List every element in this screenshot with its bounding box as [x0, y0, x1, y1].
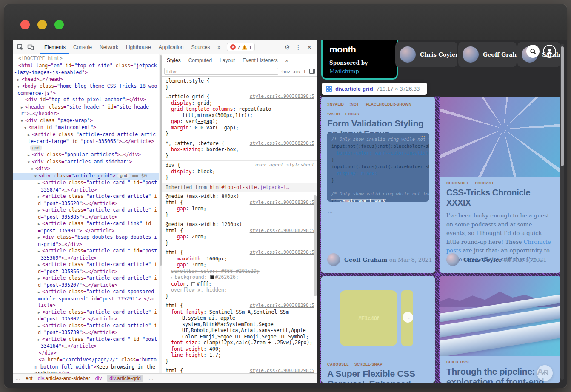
breadcrumb-item[interactable]: div [95, 375, 102, 381]
tree-line[interactable]: ▶<article class="article-card link" id="… [14, 220, 158, 234]
css-property[interactable]: overflow-x: hidden; [166, 287, 314, 293]
twisty-icon[interactable]: ▶ [28, 152, 32, 159]
tag-pill[interactable]: BUILD TOOL [446, 360, 470, 364]
css-property[interactable]: color: #fff; [166, 281, 314, 287]
color-swatch[interactable] [210, 275, 214, 279]
tree-line[interactable]: ▶<article class="article-card article" i… [14, 275, 158, 289]
console-issues-badge[interactable]: ✕ 7 ! 1 [227, 43, 255, 51]
author-card[interactable]: Chris Coyier [395, 42, 457, 67]
tree-line[interactable]: ▼<div> [14, 166, 158, 173]
css-property[interactable]: margin: 0 0 var(--gap); [166, 125, 314, 131]
twisty-icon[interactable]: ▶ [38, 262, 42, 269]
css-property[interactable]: --gap: 1rem; [166, 206, 314, 212]
byline-author[interactable]: Chris Coyier [463, 257, 502, 263]
tree-line[interactable]: <!DOCTYPE html> [14, 55, 158, 63]
twisty-icon[interactable]: ▶ [38, 248, 42, 255]
twisty-icon[interactable]: ▶ [38, 221, 42, 228]
tab-layout[interactable]: Layout [216, 54, 239, 66]
rule-selector[interactable]: html { [166, 200, 183, 206]
tree-line[interactable]: ▼<main id="maincontent"> [14, 124, 158, 132]
twisty-icon[interactable]: ▶ [38, 235, 42, 241]
tree-line[interactable]: ▶<article class="article-card article" i… [14, 193, 158, 207]
twisty-icon[interactable]: ▶ [38, 194, 42, 200]
tab-application[interactable]: Application [155, 40, 188, 54]
twisty-icon[interactable]: ▶ [28, 132, 32, 139]
css-property[interactable]: scrollbar-color: #666 #201c29; [166, 268, 314, 275]
twisty-icon[interactable]: ▼ [24, 125, 29, 132]
toggle-class-button[interactable]: .cls [293, 69, 300, 74]
toggle-hover-state-button[interactable]: :hov [281, 69, 290, 74]
twisty-icon[interactable]: ▶ [38, 289, 42, 296]
rule-selector[interactable]: *, :after, :before { [166, 140, 224, 146]
styles-filter-input[interactable] [164, 68, 278, 75]
more-options-kebab-icon[interactable]: ⋮ [293, 42, 303, 52]
rule-selector[interactable]: element.style { [166, 78, 210, 84]
css-property[interactable]: font-family: Sentinel SSm A,Sentinel SSm… [166, 309, 314, 340]
tree-line[interactable]: ▶<article class="article-card " id="post… [14, 248, 158, 261]
css-property[interactable]: font-size: clamp(12px,calc(.7rem + .25vw… [166, 340, 314, 346]
tree-line[interactable]: ▶<article class="article-card article" i… [14, 323, 158, 336]
styles-scrollbar-thumb[interactable] [314, 195, 317, 296]
tree-line[interactable]: ▶<header class="site-header" id="site-he… [14, 104, 158, 117]
tree-line[interactable]: ▶<article class="article-card " id="post… [14, 336, 158, 350]
scrollbar-thumb[interactable] [561, 46, 564, 166]
twisty-icon[interactable]: ▶ [38, 337, 42, 343]
account-icon[interactable] [543, 45, 556, 58]
twisty-icon[interactable]: ▶ [21, 104, 25, 111]
close-window-button[interactable] [20, 20, 30, 29]
dom-tree-scrollbar[interactable] [159, 54, 162, 373]
breadcrumb-item[interactable]: ent [26, 375, 33, 381]
css-property[interactable]: grid-template-columns: repeat(auto-fill,… [166, 106, 314, 118]
style-source-link[interactable]: style.css?c…900308298:5 [250, 368, 314, 373]
carousel-next-button[interactable]: → [403, 312, 413, 323]
twisty-icon[interactable]: ▼ [34, 173, 39, 180]
toggle-sidebar-icon[interactable] [309, 69, 315, 74]
tree-line[interactable]: <div id="top-of-site-pixel-anchor"></div… [14, 97, 158, 104]
twisty-icon[interactable]: ▶ [38, 275, 42, 282]
tab-sources[interactable]: Sources [188, 40, 214, 54]
tree-line[interactable]: ▶<article class="article-card article ar… [14, 132, 158, 152]
css-property[interactable]: --maxWidth: 1600px; [166, 256, 314, 262]
style-source-link[interactable]: user agent stylesheet [255, 162, 314, 169]
byline-author[interactable]: Geoff Graham [344, 257, 387, 263]
color-swatch[interactable] [191, 282, 195, 286]
inspect-element-icon[interactable] [15, 42, 26, 52]
tab-network[interactable]: Network [96, 40, 122, 54]
new-style-rule-button[interactable]: + [303, 68, 306, 75]
twisty-icon[interactable]: ▼ [17, 83, 22, 90]
css-property[interactable]: --gap: 2rem; [166, 234, 314, 240]
article-card[interactable]: CHRONICLEPODCAST CSS-Tricks Chronicle XX… [440, 97, 560, 273]
tree-line[interactable]: ▼<div class="articles-and-sidebar"> [14, 159, 158, 166]
css-property[interactable]: display: grid; [166, 100, 314, 106]
css-property[interactable]: --gap: 3rem; [166, 262, 314, 268]
twisty-icon[interactable]: ▼ [28, 159, 32, 166]
tab-event-listeners[interactable]: Event Listeners [239, 54, 282, 66]
tree-line[interactable]: ▶<article class="article-card article" i… [14, 207, 158, 220]
tag-pill[interactable]: SCROLL-SNAP [354, 362, 383, 366]
breadcrumb-item[interactable]: div.articles-and-sidebar [38, 375, 90, 381]
css-property[interactable]: gap: var(--gap); [166, 118, 314, 125]
article-card[interactable]: #F1c40f → CAROUSELSCROLL-SNAP A Super Fl… [321, 276, 435, 383]
css-property[interactable]: font-weight: 400; [166, 346, 314, 352]
tree-line[interactable]: <a href="/archives/page/2/" class="butto… [14, 357, 158, 373]
css-property[interactable]: line-height: 1.7; [166, 352, 314, 358]
tree-line[interactable]: ▶<article class="article-card " id="post… [14, 180, 158, 193]
rule-selector[interactable]: html { [166, 249, 183, 255]
twisty-icon[interactable]: ▼ [31, 166, 35, 173]
style-source-link[interactable]: style.css?c…900308298:5 [250, 140, 314, 147]
twisty-icon[interactable]: ▶ [38, 207, 42, 214]
tree-line[interactable]: </div> [14, 350, 158, 357]
breadcrumb-item[interactable]: … [15, 375, 20, 381]
tree-line[interactable]: ▶<div class="popular-articles">…</div> [14, 152, 158, 159]
tab-console[interactable]: Console [69, 40, 96, 54]
rule-selector[interactable]: html { [166, 228, 183, 234]
css-property[interactable]: ▸background: #262626; [166, 274, 314, 281]
page-scrollbar[interactable] [560, 44, 564, 380]
rule-selector[interactable]: html { [166, 368, 183, 373]
tag-pill[interactable]: CHRONICLE [446, 181, 469, 185]
style-source-link[interactable]: style.css?c…900308298:5 [250, 200, 314, 206]
tree-line[interactable]: <html lang="en" id="top-of-site" class="… [14, 63, 158, 76]
article-title[interactable]: CSS-Tricks Chronicle XXXIX [446, 187, 554, 208]
author-card[interactable]: Geoff Graham [458, 42, 517, 67]
tab-lighthouse[interactable]: Lighthouse [122, 40, 155, 54]
